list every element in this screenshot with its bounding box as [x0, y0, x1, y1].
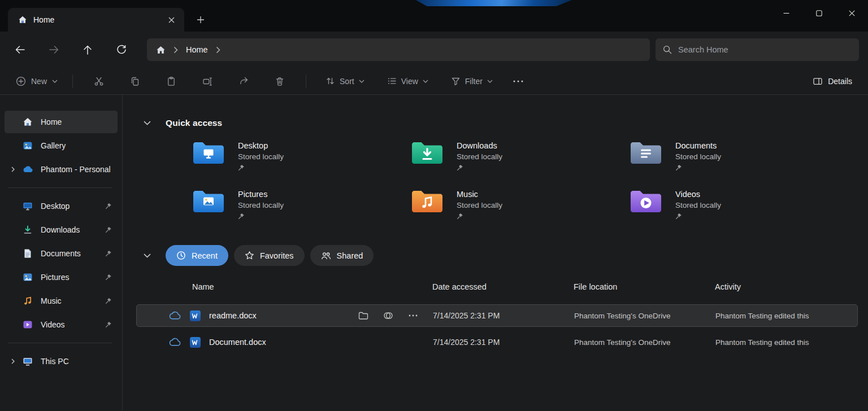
column-header-location[interactable]: File location — [571, 282, 713, 291]
tile-music[interactable]: Music Stored locally — [411, 187, 630, 233]
details-button[interactable]: Details — [806, 72, 859, 91]
new-plus-icon — [16, 76, 26, 86]
pin-icon — [104, 298, 113, 304]
sidebar-item-desktop[interactable]: Desktop — [5, 195, 118, 217]
column-header-date[interactable]: Date accessed — [430, 282, 571, 291]
sidebar-item-downloads[interactable]: Downloads — [5, 218, 118, 241]
people-icon — [321, 251, 331, 260]
up-button[interactable] — [76, 40, 99, 60]
table-header-row: Name Date accessed File location Activit… — [136, 278, 859, 295]
chevron-down-icon — [52, 80, 58, 83]
quick-access-grid: Desktop Stored locally Downloads — [193, 139, 859, 233]
paste-button[interactable] — [160, 72, 183, 91]
sidebar-item-videos[interactable]: Videos — [5, 313, 118, 336]
new-tab-button[interactable] — [191, 10, 210, 29]
file-row-document[interactable]: Document.docx 7/14/2025 2:31 PM Phantom … — [136, 331, 858, 353]
chevron-down-icon — [487, 80, 493, 83]
this-pc-icon — [21, 356, 34, 366]
back-button[interactable] — [8, 40, 32, 60]
sidebar-item-pictures[interactable]: Pictures — [5, 266, 118, 288]
star-icon — [245, 251, 254, 260]
tile-downloads[interactable]: Downloads Stored locally — [411, 139, 630, 184]
expand-chevron-icon[interactable] — [5, 167, 21, 172]
sidebar-item-label: Phantom - Personal — [41, 165, 113, 174]
explorer-tab-home[interactable]: Home — [8, 8, 184, 32]
copilot-icon[interactable] — [379, 307, 398, 324]
section-title: Quick access — [166, 118, 222, 128]
chevron-down-icon — [423, 80, 428, 83]
breadcrumb[interactable]: Home — [147, 38, 650, 61]
new-button-label: New — [31, 77, 47, 86]
open-file-location-icon[interactable] — [354, 307, 373, 324]
sidebar-item-onedrive[interactable]: Phantom - Personal — [5, 158, 118, 181]
tile-name: Desktop — [238, 141, 284, 150]
breadcrumb-chevron-icon — [216, 46, 220, 54]
tab-favorites[interactable]: Favorites — [234, 245, 305, 266]
recent-files-table: Name Date accessed File location Activit… — [136, 278, 859, 353]
refresh-button[interactable] — [110, 40, 133, 60]
search-input[interactable] — [678, 45, 852, 54]
maximize-button[interactable] — [802, 0, 835, 26]
rename-button[interactable] — [196, 72, 219, 91]
copy-button[interactable] — [124, 72, 146, 91]
collapse-chevron-icon[interactable] — [140, 248, 154, 263]
tile-subtitle: Stored locally — [238, 152, 284, 161]
new-button[interactable]: New — [9, 72, 64, 91]
sidebar-item-label: Downloads — [41, 225, 104, 234]
tab-title: Home — [33, 15, 158, 24]
sidebar-item-home[interactable]: Home — [5, 111, 118, 133]
tab-recent[interactable]: Recent — [166, 245, 228, 266]
file-name: Document.docx — [209, 338, 266, 347]
column-header-name[interactable]: Name — [136, 282, 430, 291]
sidebar-item-label: Pictures — [41, 273, 104, 282]
expand-chevron-icon[interactable] — [5, 358, 21, 364]
view-button-label: View — [401, 77, 418, 86]
tile-videos[interactable]: Videos Stored locally — [630, 187, 849, 233]
music-icon — [21, 296, 34, 306]
tile-name: Downloads — [457, 141, 502, 150]
minimize-button[interactable] — [770, 0, 802, 26]
file-activity: Phantom Testing edited this — [713, 338, 857, 347]
tile-subtitle: Stored locally — [675, 201, 721, 209]
file-row-readme[interactable]: readme.docx 7/14/2025 2:31 PM — [136, 304, 858, 327]
close-button[interactable] — [835, 0, 868, 26]
gallery-icon — [21, 141, 34, 151]
sort-button[interactable]: Sort — [319, 72, 371, 91]
title-bar: Home — [0, 0, 868, 32]
tab-close-icon[interactable] — [164, 12, 179, 27]
cloud-status-icon — [168, 311, 181, 320]
toolbar-separator — [72, 75, 73, 88]
delete-button[interactable] — [268, 72, 291, 91]
sidebar-item-gallery[interactable]: Gallery — [5, 134, 118, 157]
music-folder-icon — [411, 189, 443, 213]
tile-subtitle: Stored locally — [457, 152, 502, 161]
documents-icon — [21, 248, 34, 259]
tile-documents[interactable]: Documents Stored locally — [630, 139, 849, 184]
file-location: Phantom Testing's OneDrive — [572, 312, 713, 320]
breadcrumb-item-home[interactable]: Home — [186, 45, 208, 54]
forward-button[interactable] — [42, 40, 66, 60]
tile-name: Documents — [675, 141, 721, 150]
pin-icon — [238, 213, 284, 220]
cut-button[interactable] — [88, 72, 110, 91]
more-options-icon[interactable] — [403, 307, 423, 324]
sidebar-item-label: Documents — [41, 249, 104, 258]
breadcrumb-home-icon[interactable] — [156, 45, 166, 55]
tab-label: Favorites — [260, 251, 294, 260]
file-name: readme.docx — [209, 311, 257, 320]
pin-icon — [104, 250, 113, 257]
collapse-chevron-icon[interactable] — [140, 116, 154, 130]
tile-pictures[interactable]: Pictures Stored locally — [193, 187, 411, 233]
sidebar-item-music[interactable]: Music — [5, 290, 118, 312]
sidebar-item-this-pc[interactable]: This PC — [5, 350, 118, 373]
search-box[interactable] — [656, 38, 859, 61]
view-button[interactable]: View — [381, 72, 435, 91]
filter-button[interactable]: Filter — [445, 72, 499, 91]
sidebar-item-documents[interactable]: Documents — [5, 242, 118, 265]
navigation-bar: Home — [0, 32, 868, 68]
tile-desktop[interactable]: Desktop Stored locally — [193, 139, 411, 184]
see-more-button[interactable] — [507, 72, 529, 91]
share-button[interactable] — [232, 72, 255, 91]
column-header-activity[interactable]: Activity — [713, 282, 859, 291]
tab-shared[interactable]: Shared — [310, 245, 374, 266]
